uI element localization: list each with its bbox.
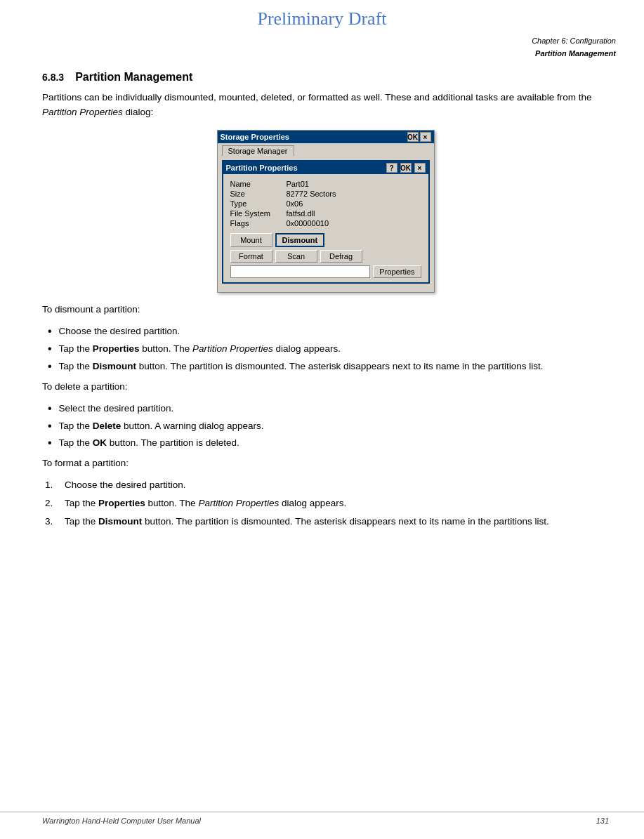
section-header: 6.8.3 Partition Management: [42, 71, 609, 84]
format-intro: To format a partition:: [42, 456, 609, 471]
mount-button[interactable]: Mount: [230, 233, 272, 247]
partition-properties-italic: Partition Properties: [42, 107, 123, 117]
defrag-button[interactable]: Defrag: [320, 250, 362, 263]
dismount-list: • Choose the desired partition. • Tap th…: [42, 324, 609, 374]
properties-button[interactable]: Properties: [373, 265, 421, 278]
numbered-item: 3. Tap the Dismount button. The partitio…: [42, 515, 609, 529]
delete-list: • Select the desired partition. • Tap th…: [42, 402, 609, 451]
inner-help-button[interactable]: ?: [386, 163, 397, 173]
section-title: Partition Management: [75, 71, 192, 84]
list-item: • Choose the desired partition.: [42, 324, 609, 339]
outer-titlebar: Storage Properties OK ×: [218, 131, 434, 143]
chapter-header: Chapter 6: Configuration Partition Manag…: [0, 32, 644, 60]
footer-left: Warrington Hand-Held Computer User Manua…: [42, 817, 201, 825]
list-item: • Select the desired partition.: [42, 402, 609, 416]
dismount-intro: To dismount a partition:: [42, 303, 609, 317]
outer-dialog-title: Storage Properties: [221, 133, 406, 141]
footer-right: 131: [596, 817, 609, 825]
list-item: • Tap the Properties button. The Partiti…: [42, 342, 609, 357]
storage-manager-tab[interactable]: Storage Manager: [222, 145, 294, 156]
format-scan-defrag-row: Format Scan Defrag: [230, 250, 421, 263]
format-button[interactable]: Format: [230, 250, 272, 263]
prop-flags: Flags 0x00000010: [230, 219, 421, 227]
numbered-item: 1. Choose the desired partition.: [42, 478, 609, 493]
intro-paragraph: Partitions can be individually dismounte…: [42, 91, 609, 120]
bottom-row: Properties: [230, 265, 421, 278]
tab-bar: Storage Manager: [218, 143, 434, 156]
bottom-input[interactable]: [230, 265, 371, 278]
mount-dismount-row: Mount Dismount: [230, 233, 421, 247]
prop-type: Type 0x06: [230, 199, 421, 208]
numbered-item: 2. Tap the Properties button. The Partit…: [42, 496, 609, 511]
properties-table: Name Part01 Size 82772 Sectors Type 0x06: [230, 180, 421, 227]
prop-size: Size 82772 Sectors: [230, 190, 421, 198]
inner-close-button[interactable]: ×: [414, 163, 426, 173]
prop-name: Name Part01: [230, 180, 421, 188]
partition-properties-dialog: Partition Properties ? OK × Name Part01: [222, 160, 430, 284]
footer: Warrington Hand-Held Computer User Manua…: [0, 812, 644, 825]
delete-intro: To delete a partition:: [42, 380, 609, 395]
dismount-button[interactable]: Dismount: [275, 233, 325, 247]
outer-close-button[interactable]: ×: [420, 132, 431, 142]
inner-dialog-body: Name Part01 Size 82772 Sectors Type 0x06: [223, 174, 428, 282]
inner-titlebar: Partition Properties ? OK ×: [223, 161, 428, 174]
dialog-screenshot: Storage Properties OK × Storage Manager …: [42, 130, 609, 293]
outer-ok-button[interactable]: OK: [407, 132, 419, 142]
list-item: • Tap the Delete button. A warning dialo…: [42, 419, 609, 434]
section-number: 6.8.3: [42, 72, 64, 83]
storage-properties-dialog: Storage Properties OK × Storage Manager …: [217, 130, 435, 293]
inner-dialog-title: Partition Properties: [226, 164, 385, 172]
format-list: 1. Choose the desired partition. 2. Tap …: [42, 478, 609, 529]
list-item: • Tap the Dismount button. The partition…: [42, 359, 609, 374]
list-item: • Tap the OK button. The partition is de…: [42, 436, 609, 451]
inner-ok-button[interactable]: OK: [400, 163, 412, 173]
scan-button[interactable]: Scan: [275, 250, 317, 263]
page-title: Preliminary Draft: [0, 0, 644, 32]
prop-filesystem: File System fatfsd.dll: [230, 209, 421, 218]
